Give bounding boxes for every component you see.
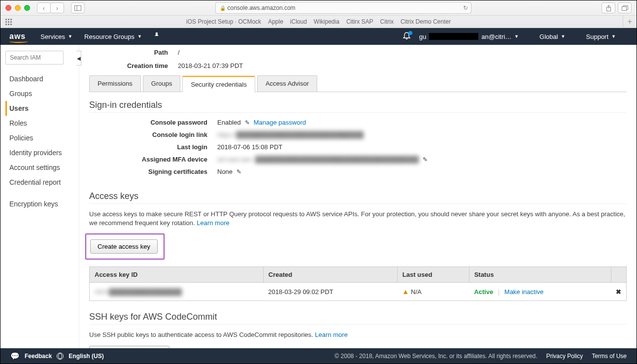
- new-tab-button[interactable]: +: [623, 16, 637, 28]
- learn-more-link[interactable]: Learn more: [197, 219, 229, 227]
- warning-icon: ▲: [402, 288, 409, 296]
- url-text: console.aws.amazon.com: [228, 4, 296, 11]
- table-row: AKIA████████████████ 2018-03-29 09:02 PD…: [90, 283, 627, 301]
- col-last-used[interactable]: Last used: [397, 267, 469, 283]
- sidebar: Dashboard Groups Users Roles Policies Id…: [0, 45, 79, 348]
- apps-grid-icon[interactable]: [5, 19, 12, 25]
- create-access-key-button[interactable]: Create access key: [90, 239, 158, 254]
- back-button[interactable]: ‹: [37, 2, 51, 13]
- lock-icon: 🔒: [220, 5, 226, 11]
- globe-icon: [57, 353, 64, 360]
- path-label: Path: [89, 49, 178, 56]
- delete-key-button[interactable]: ✖: [616, 288, 621, 296]
- account-menu[interactable]: guan@citri…▼: [419, 33, 519, 40]
- support-menu[interactable]: Support▼: [586, 33, 616, 40]
- services-menu[interactable]: Services▼: [40, 33, 72, 40]
- highlight-annotation: Create access key: [85, 233, 165, 260]
- access-keys-description: Use access keys to make secure REST or H…: [89, 210, 627, 228]
- tab-access-advisor[interactable]: Access Advisor: [257, 75, 317, 92]
- feedback-link[interactable]: Feedback: [25, 353, 52, 360]
- key-status: Active: [474, 288, 493, 296]
- redacted-bar: [429, 33, 478, 40]
- bookmark-link[interactable]: iCloud: [290, 18, 307, 25]
- bookmark-link[interactable]: iOS Project Setup · OCMock: [186, 18, 261, 25]
- col-created[interactable]: Created: [263, 267, 397, 283]
- signing-cert-value: None: [217, 168, 233, 175]
- window-controls: [5, 5, 30, 11]
- aws-top-nav: aws Services▼ Resource Groups▼ guan@citr…: [0, 28, 637, 45]
- terms-link[interactable]: Terms of Use: [592, 353, 627, 360]
- manage-password-link[interactable]: Manage password: [254, 119, 306, 126]
- console-password-value: Enabled: [217, 119, 241, 126]
- privacy-link[interactable]: Privacy Policy: [546, 353, 583, 360]
- sidebar-item-dashboard[interactable]: Dashboard: [5, 71, 74, 86]
- sidebar-item-users[interactable]: Users: [5, 101, 74, 116]
- collapse-sidebar-button[interactable]: ◀: [76, 51, 81, 66]
- bookmark-link[interactable]: Apple: [268, 18, 283, 25]
- col-status[interactable]: Status: [469, 267, 611, 283]
- mfa-label: Assigned MFA device: [89, 156, 217, 163]
- key-created: 2018-03-29 09:02 PDT: [263, 283, 397, 301]
- login-link-value: https://████████████████████████████: [217, 131, 364, 138]
- sidebar-item-roles[interactable]: Roles: [5, 116, 74, 131]
- bookmark-link[interactable]: Citirx SAP: [346, 18, 373, 25]
- edit-icon[interactable]: ✎: [423, 156, 428, 163]
- tabs-button[interactable]: [618, 2, 632, 13]
- aws-footer: 💬 Feedback English (US) © 2008 - 2018, A…: [0, 348, 637, 364]
- sidebar-item-credential-report[interactable]: Credential report: [5, 175, 74, 190]
- last-login-value: 2018-07-06 15:08 PDT: [217, 143, 282, 151]
- close-window-button[interactable]: [5, 5, 11, 11]
- language-selector[interactable]: English (US): [68, 353, 103, 360]
- region-menu[interactable]: Global▼: [539, 33, 566, 40]
- feedback-icon: 💬: [10, 352, 20, 361]
- url-bar[interactable]: 🔒 console.aws.amazon.com ↻: [215, 2, 471, 14]
- tab-security-credentials[interactable]: Security credentials: [182, 76, 255, 92]
- minimize-window-button[interactable]: [15, 5, 21, 11]
- edit-icon[interactable]: ✎: [245, 119, 250, 126]
- upload-ssh-key-button[interactable]: Upload SSH public key: [89, 346, 169, 348]
- sidebar-item-policies[interactable]: Policies: [5, 131, 74, 145]
- notification-dot: [408, 31, 412, 35]
- share-button[interactable]: [602, 2, 615, 13]
- col-access-key-id[interactable]: Access key ID: [90, 267, 264, 283]
- path-value: /: [178, 49, 180, 56]
- sidebar-item-identity-providers[interactable]: Identity providers: [5, 145, 74, 160]
- sidebar-toggle-button[interactable]: [71, 2, 85, 13]
- maximize-window-button[interactable]: [24, 5, 30, 11]
- sidebar-item-account-settings[interactable]: Account settings: [5, 160, 74, 175]
- ssh-keys-heading: SSH keys for AWS CodeCommit: [89, 312, 627, 325]
- mfa-value: arn:aws:iam::███████████████████████████…: [217, 156, 419, 163]
- svg-rect-4: [622, 6, 626, 10]
- bookmark-link[interactable]: Citrix Demo Center: [401, 18, 451, 25]
- copyright-text: © 2008 - 2018, Amazon Web Services, Inc.…: [335, 353, 537, 360]
- aws-logo[interactable]: aws: [9, 32, 26, 41]
- reload-icon[interactable]: ↻: [463, 4, 468, 11]
- learn-more-link[interactable]: Learn more: [315, 331, 347, 338]
- tab-permissions[interactable]: Permissions: [89, 75, 141, 92]
- notifications-bell-icon[interactable]: [403, 32, 410, 41]
- key-last-used: N/A: [411, 288, 422, 296]
- login-link-label: Console login link: [89, 131, 217, 138]
- resource-groups-menu[interactable]: Resource Groups▼: [84, 33, 142, 40]
- edit-icon[interactable]: ✎: [236, 168, 241, 175]
- tabs: Permissions Groups Security credentials …: [89, 75, 627, 92]
- sidebar-item-encryption-keys[interactable]: Encryption keys: [5, 197, 74, 211]
- creation-time-value: 2018-03-21 07:39 PDT: [178, 62, 243, 69]
- bookmark-link[interactable]: Citrix: [380, 18, 394, 25]
- search-input[interactable]: [5, 51, 64, 65]
- sidebar-item-groups[interactable]: Groups: [5, 86, 74, 101]
- svg-rect-0: [75, 5, 81, 10]
- tab-groups[interactable]: Groups: [143, 75, 181, 92]
- bookmarks-bar: iOS Project Setup · OCMock Apple iCloud …: [0, 15, 637, 28]
- pin-icon[interactable]: [154, 33, 160, 41]
- make-inactive-link[interactable]: Make inactive: [504, 288, 543, 296]
- bookmark-link[interactable]: Wikipedia: [314, 18, 339, 25]
- access-keys-heading: Access keys: [89, 191, 627, 204]
- signin-heading: Sign-in credentials: [89, 100, 627, 113]
- access-key-id: AKIA████████████████: [95, 288, 182, 296]
- main-content: Path / Creation time 2018-03-21 07:39 PD…: [79, 45, 637, 348]
- forward-button[interactable]: ›: [50, 2, 64, 13]
- ssh-description: Use SSH public keys to authenticate acce…: [89, 331, 627, 339]
- browser-chrome: ‹ › 🔒 console.aws.amazon.com ↻ iOS Proje…: [0, 0, 637, 28]
- signing-cert-label: Signing certificates: [89, 168, 217, 175]
